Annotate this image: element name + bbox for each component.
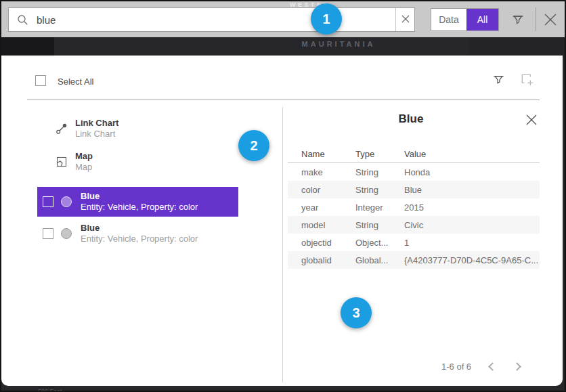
cell-name: color <box>288 185 355 195</box>
chevron-left-icon[interactable] <box>488 362 497 371</box>
table-row: year Integer 2015 <box>288 198 540 216</box>
filter-funnel-icon[interactable] <box>510 12 526 30</box>
callout-badge-1: 1 <box>311 3 342 35</box>
result-subtitle: Map <box>75 162 93 173</box>
table-header-row: Name Type Value <box>288 146 540 162</box>
record-circle-icon <box>61 196 72 207</box>
cell-type: Integer <box>355 202 404 213</box>
cell-name: year <box>288 202 355 213</box>
result-item-blue-selected[interactable]: Blue Entity: Vehicle, Property: color <box>37 187 238 217</box>
column-header-value: Value <box>404 149 540 159</box>
table-row: color String Blue <box>288 181 540 198</box>
link-chart-icon <box>56 123 75 135</box>
record-circle-icon <box>61 228 72 239</box>
result-checkbox[interactable] <box>43 228 53 239</box>
result-title: Link Chart <box>75 118 118 129</box>
result-checkbox[interactable] <box>43 196 53 207</box>
column-header-type: Type <box>355 149 404 159</box>
result-title: Blue <box>81 223 198 234</box>
search-toolbar: Data All <box>1 1 565 37</box>
details-divider <box>282 107 283 383</box>
cell-type: String <box>355 167 404 177</box>
close-details-icon[interactable] <box>525 113 538 129</box>
filter-funnel-icon[interactable] <box>491 72 506 90</box>
cell-name: make <box>288 167 355 177</box>
pagination-label: 1-6 of 6 <box>441 362 471 372</box>
details-title: Blue <box>282 112 540 126</box>
add-item-icon[interactable] <box>520 72 535 90</box>
cell-type: Object... <box>355 238 404 248</box>
map-scale-label: 500 Feet <box>38 388 62 392</box>
cell-value: Civic <box>404 220 540 230</box>
cell-value: {A4203777-D70D-4C5C-9A65-C... <box>404 255 540 265</box>
result-subtitle: Entity: Vehicle, Property: color <box>81 234 198 244</box>
search-field[interactable] <box>8 7 415 32</box>
attributes-table: Name Type Value make String Honda color … <box>288 146 540 269</box>
cell-type: Global... <box>355 255 404 265</box>
cell-value: 2015 <box>404 202 540 213</box>
result-item-blue[interactable]: Blue Entity: Vehicle, Property: color <box>37 220 238 247</box>
close-search-icon[interactable] <box>541 10 560 32</box>
scope-data-button[interactable]: Data <box>431 9 466 30</box>
select-all-checkbox[interactable] <box>35 75 46 86</box>
table-row: objectid Object... 1 <box>288 234 540 251</box>
callout-badge-3: 3 <box>341 297 372 328</box>
pagination: 1-6 of 6 <box>441 362 520 372</box>
result-title: Blue <box>81 191 198 202</box>
column-header-name: Name <box>288 149 355 159</box>
clear-search-button[interactable] <box>395 8 414 31</box>
cell-value: Honda <box>404 167 540 177</box>
result-title: Map <box>75 151 93 162</box>
table-row: model String Civic <box>288 216 540 234</box>
search-scope-toggle: Data All <box>431 8 499 31</box>
search-results-panel: Select All Link Chart Link Chart Map M <box>1 56 563 386</box>
cell-value: Blue <box>404 185 540 195</box>
app-window: WESTER MAURITANIA 500 Feet Data All <box>0 0 566 392</box>
cell-name: model <box>288 220 355 230</box>
result-item-link-chart[interactable]: Link Chart Link Chart <box>37 116 238 141</box>
map-country-label: MAURITANIA <box>291 40 386 48</box>
cell-name: objectid <box>288 238 355 248</box>
result-subtitle: Link Chart <box>75 129 118 139</box>
panel-divider <box>27 100 540 100</box>
cell-name: globalid <box>288 255 355 265</box>
result-subtitle: Entity: Vehicle, Property: color <box>81 202 198 213</box>
result-item-map[interactable]: Map Map <box>37 150 238 174</box>
x-icon <box>401 14 410 26</box>
table-row: globalid Global... {A4203777-D70D-4C5C-9… <box>288 251 540 269</box>
cell-type: String <box>355 185 404 195</box>
search-icon <box>17 14 28 26</box>
cell-value: 1 <box>404 238 540 248</box>
chevron-right-icon[interactable] <box>513 362 521 371</box>
toolbar-divider <box>536 7 536 31</box>
callout-badge-2: 2 <box>238 130 269 161</box>
select-all-label: Select All <box>58 77 93 87</box>
map-icon <box>56 156 75 168</box>
table-row: make String Honda <box>288 163 540 181</box>
cell-type: String <box>355 220 404 230</box>
scope-all-button[interactable]: All <box>466 9 498 30</box>
